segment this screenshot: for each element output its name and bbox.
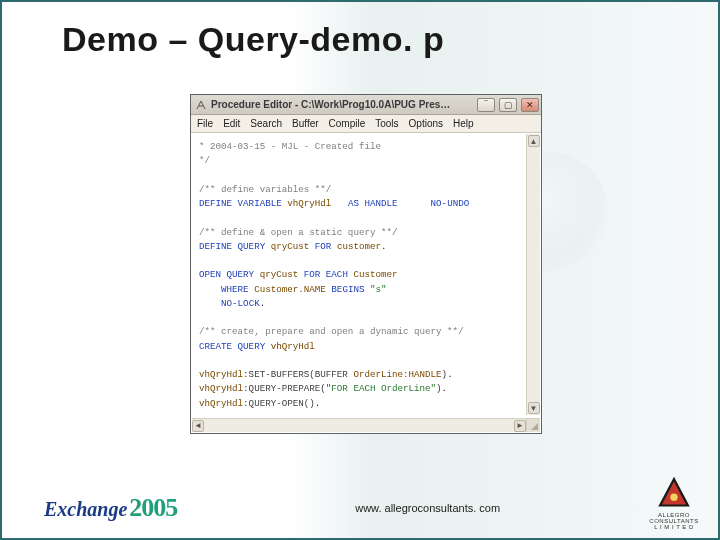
window-title: Procedure Editor - C:\Work\Prog10.0A\PUG… bbox=[211, 99, 473, 110]
minimize-button[interactable]: ‾ bbox=[477, 98, 495, 112]
scroll-left-icon[interactable]: ◄ bbox=[192, 420, 204, 432]
code-tok: :SET-BUFFERS(BUFFER bbox=[243, 369, 348, 380]
code-tok: NO-LOCK bbox=[221, 298, 260, 309]
window-titlebar[interactable]: Procedure Editor - C:\Work\Prog10.0A\PUG… bbox=[191, 95, 541, 115]
code-tok: FOR bbox=[315, 241, 332, 252]
code-tok: DEFINE VARIABLE bbox=[199, 198, 282, 209]
code-tok: AS HANDLE bbox=[348, 198, 398, 209]
code-tok: OPEN QUERY bbox=[199, 269, 254, 280]
slide-title: Demo – Query-demo. p bbox=[2, 2, 718, 59]
code-tok: WHERE bbox=[221, 284, 249, 295]
menu-compile[interactable]: Compile bbox=[329, 118, 366, 129]
code-tok: customer bbox=[337, 241, 381, 252]
code-tok: ) bbox=[442, 369, 448, 380]
code-tok: CREATE QUERY bbox=[199, 341, 265, 352]
code-tok: FOR EACH bbox=[304, 269, 348, 280]
maximize-button[interactable]: ▢ bbox=[499, 98, 517, 112]
app-icon bbox=[195, 99, 207, 111]
menu-help[interactable]: Help bbox=[453, 118, 474, 129]
code-tok: :QUERY-PREPARE( bbox=[243, 383, 326, 394]
logo-year: 2005 bbox=[129, 493, 177, 523]
code-tok: qryCust bbox=[271, 241, 310, 252]
footer-url: www. allegroconsultants. com bbox=[177, 502, 718, 514]
code-tok: Customer bbox=[353, 269, 397, 280]
scroll-down-icon[interactable]: ▼ bbox=[528, 402, 540, 414]
code-tok: vhQryHdl bbox=[271, 341, 315, 352]
vertical-scrollbar[interactable]: ▲ ▼ bbox=[526, 134, 540, 415]
code-tok: Customer.NAME bbox=[254, 284, 326, 295]
menu-options[interactable]: Options bbox=[409, 118, 443, 129]
close-button[interactable]: ✕ bbox=[521, 98, 539, 112]
editor-window: Procedure Editor - C:\Work\Prog10.0A\PUG… bbox=[190, 94, 542, 434]
exchange-2005-logo: Exchange2005 bbox=[44, 493, 177, 523]
scroll-right-icon[interactable]: ► bbox=[514, 420, 526, 432]
footer: Exchange2005 www. allegroconsultants. co… bbox=[2, 478, 718, 538]
horizontal-scrollbar[interactable]: ◄ ► bbox=[192, 418, 526, 432]
svg-point-0 bbox=[670, 493, 677, 500]
code-tok: BEGINS bbox=[331, 284, 364, 295]
code-tok: DEFINE QUERY bbox=[199, 241, 265, 252]
code-tok: :QUERY-OPEN() bbox=[243, 398, 315, 409]
code-tok: vhQryHdl bbox=[287, 198, 331, 209]
slide: Demo – Query-demo. p Procedure Editor - … bbox=[0, 0, 720, 540]
code-line: * 2004-03-15 - MJL - Created file bbox=[199, 141, 381, 152]
allegro-logo: ALLEGRO CONSULTANTS L I M I T E D bbox=[650, 474, 698, 530]
menu-edit[interactable]: Edit bbox=[223, 118, 240, 129]
code-tok: vhQryHdl bbox=[199, 369, 243, 380]
menubar: File Edit Search Buffer Compile Tools Op… bbox=[191, 115, 541, 133]
code-tok: vhQryHdl bbox=[199, 398, 243, 409]
code-tok: NO-UNDO bbox=[431, 198, 470, 209]
menu-buffer[interactable]: Buffer bbox=[292, 118, 319, 129]
code-tok: ) bbox=[436, 383, 442, 394]
code-line: /** define variables **/ bbox=[199, 184, 331, 195]
logo-text: Exchange bbox=[44, 498, 127, 521]
menu-search[interactable]: Search bbox=[250, 118, 282, 129]
scroll-up-icon[interactable]: ▲ bbox=[528, 135, 540, 147]
menu-tools[interactable]: Tools bbox=[375, 118, 398, 129]
code-line: */ bbox=[199, 155, 210, 166]
menu-file[interactable]: File bbox=[197, 118, 213, 129]
code-tok: vhQryHdl bbox=[199, 383, 243, 394]
allegro-logo-icon bbox=[653, 474, 695, 511]
code-tok: OrderLine:HANDLE bbox=[353, 369, 441, 380]
code-tok: "s" bbox=[370, 284, 387, 295]
code-line: /** define & open a static query **/ bbox=[199, 227, 397, 238]
code-tok: "FOR EACH OrderLine" bbox=[326, 383, 436, 394]
code-editor[interactable]: * 2004-03-15 - MJL - Created file */ /**… bbox=[191, 133, 541, 433]
logo-caption: ALLEGRO CONSULTANTS L I M I T E D bbox=[649, 512, 698, 530]
code-tok: qryCust bbox=[260, 269, 299, 280]
resize-grip-icon[interactable] bbox=[526, 418, 540, 432]
code-line: /** create, prepare and open a dynamic q… bbox=[199, 326, 464, 337]
